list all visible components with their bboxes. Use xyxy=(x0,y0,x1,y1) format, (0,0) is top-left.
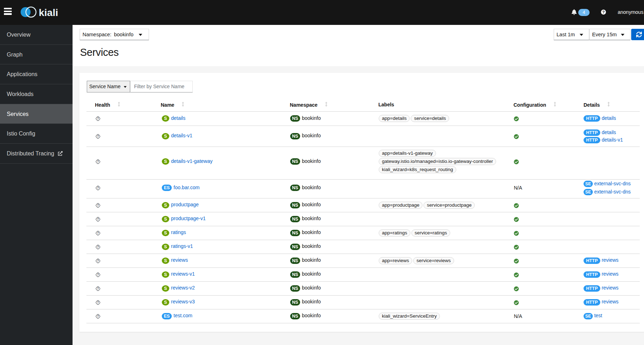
svg-text:?: ? xyxy=(97,134,99,138)
svg-text:?: ? xyxy=(97,245,99,249)
svg-text:?: ? xyxy=(97,314,99,318)
svg-text:?: ? xyxy=(97,117,99,121)
svg-text:?: ? xyxy=(97,272,99,276)
svg-text:?: ? xyxy=(97,186,99,190)
svg-text:?: ? xyxy=(97,203,99,207)
svg-text:?: ? xyxy=(97,231,99,235)
svg-text:?: ? xyxy=(97,259,99,262)
svg-text:?: ? xyxy=(97,286,99,290)
svg-text:?: ? xyxy=(97,160,99,164)
svg-text:?: ? xyxy=(97,217,99,221)
svg-text:?: ? xyxy=(97,300,99,304)
